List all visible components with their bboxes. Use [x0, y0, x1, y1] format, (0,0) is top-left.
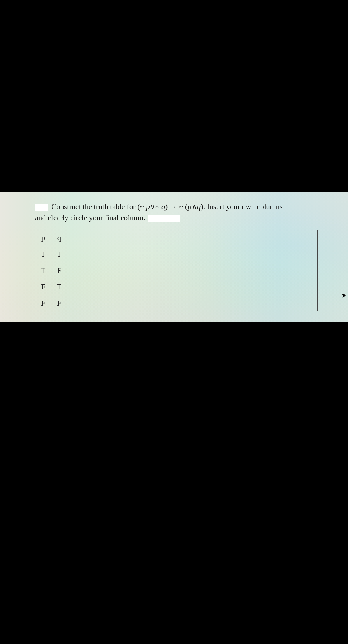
- prompt-text-after: . Insert your own columns: [203, 202, 282, 211]
- table-header-row: p q: [35, 230, 318, 246]
- cell-blank: [67, 295, 318, 312]
- redaction-mark: [35, 204, 48, 211]
- cell-p: T: [35, 262, 51, 279]
- cell-p: F: [35, 295, 51, 312]
- prompt-text-before: Construct the truth table for: [52, 202, 138, 211]
- cell-blank: [67, 262, 318, 279]
- cell-blank: [67, 279, 318, 295]
- truth-table: p q T T T F F T F F: [35, 230, 318, 312]
- question-content: Construct the truth table for (~ p∨~ q) …: [0, 192, 348, 312]
- logic-formula: (~ p∨~ q) → ~ (p∧q): [138, 202, 203, 211]
- question-prompt: Construct the truth table for (~ p∨~ q) …: [35, 201, 331, 223]
- col-header-blank: [67, 230, 318, 246]
- table-row: T F: [35, 262, 318, 279]
- cell-q: F: [51, 295, 67, 312]
- redaction-mark: [148, 215, 180, 222]
- prompt-line-2: and clearly circle your final column.: [35, 214, 145, 222]
- table-row: F T: [35, 279, 318, 295]
- table-row: F F: [35, 295, 318, 312]
- cell-p: T: [35, 246, 51, 262]
- cell-blank: [67, 246, 318, 262]
- document-photo-strip: Construct the truth table for (~ p∨~ q) …: [0, 192, 348, 322]
- cell-q: T: [51, 279, 67, 295]
- cell-p: F: [35, 279, 51, 295]
- table-row: T T: [35, 246, 318, 262]
- cell-q: T: [51, 246, 67, 262]
- col-header-q: q: [51, 230, 67, 246]
- cell-q: F: [51, 262, 67, 279]
- col-header-p: p: [35, 230, 51, 246]
